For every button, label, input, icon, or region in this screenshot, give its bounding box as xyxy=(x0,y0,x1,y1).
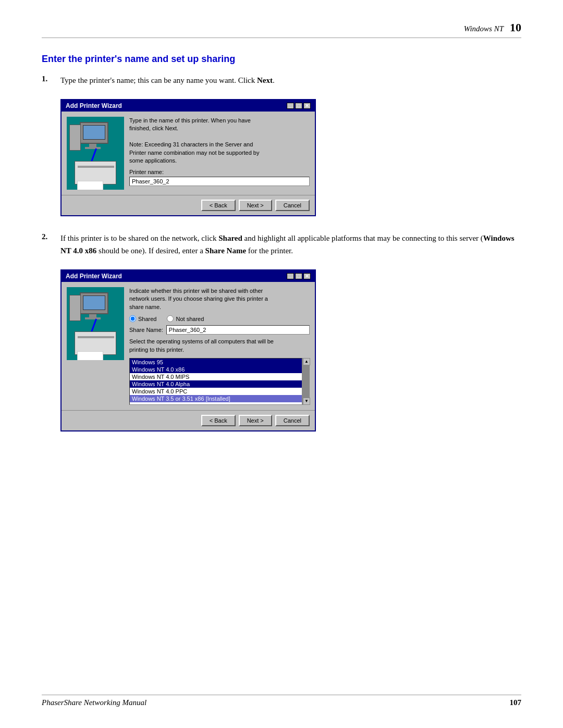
os-list-wrapper: Windows 95 Windows NT 4.0 x86 Windows NT… xyxy=(129,358,310,405)
titlebar-buttons: _ □ ✕ xyxy=(287,103,311,109)
os-list-items: Windows 95 Windows NT 4.0 x86 Windows NT… xyxy=(130,359,302,402)
dialog-1-content: Type in the name of this printer. When y… xyxy=(129,117,310,190)
step-1-number: 1. xyxy=(42,74,53,87)
section-heading: Enter the printer's name and set up shar… xyxy=(42,54,521,65)
dialog-1-titlebar: Add Printer Wizard _ □ ✕ xyxy=(62,100,315,112)
monitor xyxy=(80,122,108,144)
dialog-2-content: Indicate whether this printer will be sh… xyxy=(129,287,310,405)
not-shared-radio[interactable] xyxy=(167,315,174,322)
computer-printer-illustration xyxy=(69,119,121,187)
dialog-1-image xyxy=(67,117,124,190)
dialog-2-title: Add Printer Wizard xyxy=(66,273,122,280)
page-container: Windows NT 10 Enter the printer's name a… xyxy=(0,0,563,728)
os-list[interactable]: Windows 95 Windows NT 4.0 x86 Windows NT… xyxy=(129,358,302,405)
shared-radio-label: Shared xyxy=(138,316,156,322)
next-button-1[interactable]: Next > xyxy=(239,200,272,211)
scroll-down-arrow[interactable]: ▼ xyxy=(303,398,310,405)
os-item-win95[interactable]: Windows 95 xyxy=(130,359,302,366)
dialog-1-body: Type in the name of this printer. When y… xyxy=(62,112,315,195)
step-1-block: 1. Type the printer's name; this can be … xyxy=(42,74,521,216)
next-button-2[interactable]: Next > xyxy=(239,415,272,426)
back-button-1[interactable]: < Back xyxy=(201,200,236,211)
computer-tower xyxy=(69,125,81,151)
monitor-screen-2 xyxy=(83,295,105,310)
dialog-2-info: Indicate whether this printer will be sh… xyxy=(129,287,310,311)
os-scrollbar[interactable]: ▲ ▼ xyxy=(302,358,310,405)
minimize-button[interactable]: _ xyxy=(287,103,294,109)
page-footer: PhaserShare Networking Manual 107 xyxy=(42,695,521,707)
not-shared-radio-option[interactable]: Not shared xyxy=(167,315,204,322)
step-2-text-part1: If this printer is to be shared on the n… xyxy=(60,234,218,242)
dialog-1-wrapper: Add Printer Wizard _ □ ✕ xyxy=(60,99,521,216)
add-printer-dialog-1: Add Printer Wizard _ □ ✕ xyxy=(60,99,316,216)
os-item-nt40mips[interactable]: Windows NT 4.0 MIPS xyxy=(130,373,302,380)
scroll-track xyxy=(303,365,310,398)
step-2-text: If this printer is to be shared on the n… xyxy=(60,232,521,257)
page-header: Windows NT 10 xyxy=(42,21,521,38)
step-2-number: 2. xyxy=(42,232,53,257)
back-button-2[interactable]: < Back xyxy=(201,415,236,426)
footer-page-number: 107 xyxy=(510,698,522,707)
os-item-nt40x86[interactable]: Windows NT 4.0 x86 xyxy=(130,366,302,373)
maximize-button-2[interactable]: □ xyxy=(295,273,302,279)
header-page-number: 10 xyxy=(510,21,521,34)
close-button-2[interactable]: ✕ xyxy=(303,273,311,279)
step-1-text-after: . xyxy=(273,76,275,84)
computer-tower-2 xyxy=(69,295,81,321)
step-1-bold: Next xyxy=(257,76,273,84)
os-list-label: Select the operating systems of all comp… xyxy=(129,338,310,354)
share-name-label: Share Name: xyxy=(129,327,163,333)
close-button[interactable]: ✕ xyxy=(303,103,311,109)
monitor-screen xyxy=(83,125,105,140)
step-2-bold1: Shared xyxy=(218,234,242,242)
step-2-bold3: Share Name xyxy=(205,246,246,255)
minimize-button-2[interactable]: _ xyxy=(287,273,294,279)
scroll-up-arrow[interactable]: ▲ xyxy=(303,358,310,365)
dialog-1-title: Add Printer Wizard xyxy=(66,102,122,109)
monitor-stand xyxy=(85,147,101,149)
share-name-input[interactable] xyxy=(166,325,310,335)
printer-paper-2 xyxy=(77,351,103,360)
monitor-2 xyxy=(80,292,108,314)
step-2: 2. If this printer is to be shared on th… xyxy=(42,232,521,257)
step-1: 1. Type the printer's name; this can be … xyxy=(42,74,521,87)
printer-paper xyxy=(77,181,103,190)
titlebar-buttons-2: _ □ ✕ xyxy=(287,273,311,279)
dialog-2-footer: < Back Next > Cancel xyxy=(62,410,315,430)
shared-radio[interactable] xyxy=(129,315,136,322)
step-2-block: 2. If this printer is to be shared on th… xyxy=(42,232,521,431)
step-2-text-part3: should be one). If desired, enter a xyxy=(96,246,205,255)
maximize-button[interactable]: □ xyxy=(295,103,302,109)
step-1-text: Type the printer's name; this can be any… xyxy=(60,74,275,87)
share-name-row: Share Name: xyxy=(129,325,310,335)
computer-printer-illustration-2 xyxy=(69,290,121,357)
cancel-button-2[interactable]: Cancel xyxy=(275,415,310,426)
dialog-2-image xyxy=(67,287,124,360)
printer-name-input[interactable] xyxy=(129,177,310,186)
dialog-2-titlebar: Add Printer Wizard _ □ ✕ xyxy=(62,270,315,282)
add-printer-dialog-2: Add Printer Wizard _ □ ✕ xyxy=(60,269,316,431)
os-item-nt35x86[interactable]: Windows NT 3.5 or 3.51 x86 [Installed] xyxy=(130,395,302,402)
os-item-nt40ppc[interactable]: Windows NT 4.0 PPC xyxy=(130,388,302,395)
printer-slot-2 xyxy=(78,336,114,338)
dialog-1-info: Type in the name of this printer. When y… xyxy=(129,117,310,165)
shared-radio-option[interactable]: Shared xyxy=(129,315,156,322)
dialog-2-wrapper: Add Printer Wizard _ □ ✕ xyxy=(60,269,521,431)
monitor-stand-2 xyxy=(85,317,101,319)
os-item-nt40alpha[interactable]: Windows NT 4.0 Alpha xyxy=(130,380,302,388)
step-2-text-part4: for the printer. xyxy=(246,246,293,255)
not-shared-radio-label: Not shared xyxy=(176,316,204,322)
header-title: Windows NT xyxy=(464,24,504,33)
printer-slot xyxy=(78,166,114,168)
cancel-button-1[interactable]: Cancel xyxy=(275,200,310,211)
step-2-text-part2: and highlight all applicable platforms t… xyxy=(242,234,483,242)
footer-title: PhaserShare Networking Manual xyxy=(42,698,146,707)
dialog-2-body: Indicate whether this printer will be sh… xyxy=(62,282,315,410)
step-1-text-before: Type the printer's name; this can be any… xyxy=(60,76,257,84)
printer-name-label: Printer name: xyxy=(129,169,310,175)
dialog-1-footer: < Back Next > Cancel xyxy=(62,195,315,215)
sharing-radio-group: Shared Not shared xyxy=(129,315,310,322)
